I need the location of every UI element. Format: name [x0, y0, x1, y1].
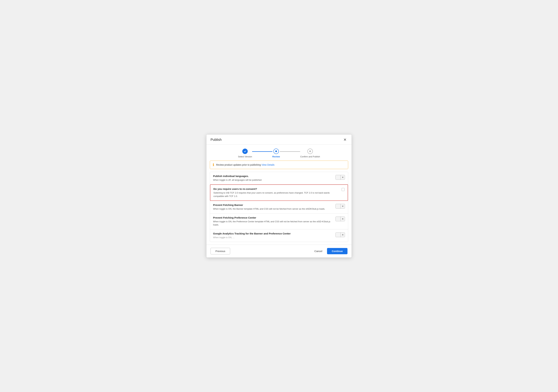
- step-dot-2: [275, 150, 277, 152]
- continue-button[interactable]: Continue: [327, 248, 348, 254]
- toggle-box-5[interactable]: [336, 233, 340, 237]
- toggle-x-3[interactable]: ✕: [340, 204, 345, 209]
- section-google-analytics: Google Analytics Tracking for the Banner…: [210, 229, 348, 242]
- toggle-x-4[interactable]: ✕: [340, 217, 345, 221]
- step-review: Review: [272, 148, 280, 158]
- section-content-1: Publish individual languages. When toggl…: [213, 175, 333, 182]
- section-publish-languages: Publish individual languages. When toggl…: [210, 172, 348, 185]
- section-content-3: Prevent Fetching Banner When toggle is O…: [213, 203, 333, 211]
- section-desc-3: When toggle is ON, the Banner template H…: [213, 207, 333, 211]
- section-desc-1: When toggle is off, all languages will b…: [213, 178, 333, 182]
- step-label-2: Review: [272, 155, 280, 158]
- toggle-box-4[interactable]: [336, 217, 340, 221]
- section-title-2: Do you require users to re-consent?: [213, 187, 339, 190]
- toggle-x-5[interactable]: ✕: [340, 233, 345, 237]
- section-desc-4: When toggle is ON, the Preference Center…: [213, 220, 333, 226]
- toggle-box-3[interactable]: [336, 204, 340, 209]
- step-label-3: Confirm and Publish: [300, 155, 320, 158]
- info-banner: ℹ Review product updates prior to publis…: [210, 161, 348, 169]
- section-title-4: Prevent Fetching Preference Center: [213, 216, 333, 219]
- step-confirm-publish: Confirm and Publish: [300, 148, 320, 158]
- previous-button[interactable]: Previous: [210, 248, 230, 254]
- cancel-button[interactable]: Cancel: [313, 248, 324, 254]
- step-label-1: Select Version: [238, 155, 252, 158]
- toggle-box-1[interactable]: [336, 175, 340, 180]
- toggle-analytics[interactable]: ✕: [335, 232, 345, 237]
- dialog-header: Publish ✕: [207, 135, 351, 145]
- info-text: Review product updates prior to publishi…: [216, 164, 274, 166]
- footer-right: Cancel Continue: [313, 248, 348, 254]
- section-title-1: Publish individual languages.: [213, 175, 333, 177]
- view-details-link[interactable]: View Details: [262, 164, 275, 166]
- toggle-languages[interactable]: ✕: [335, 175, 345, 180]
- publish-dialog: Publish ✕ Select Version Review: [206, 134, 352, 258]
- section-content-2: Do you require users to re-consent? Swit…: [213, 187, 339, 198]
- section-prevent-banner: Prevent Fetching Banner When toggle is O…: [210, 201, 348, 213]
- section-list: Publish individual languages. When toggl…: [210, 172, 348, 242]
- dialog-footer: Previous Cancel Continue: [207, 244, 351, 257]
- section-desc-2: Switching to IAB TCF 2.0 requires that y…: [213, 191, 339, 198]
- section-prevent-preference: Prevent Fetching Preference Center When …: [210, 213, 348, 229]
- toggle-banner[interactable]: ✕: [335, 204, 345, 209]
- section-re-consent: Do you require users to re-consent? Swit…: [210, 184, 348, 201]
- checkmark-icon: [244, 150, 246, 153]
- step-circle-1: [242, 148, 248, 154]
- step-line-2: [280, 151, 300, 152]
- step-circle-2: [273, 148, 279, 154]
- checkbox-re-consent[interactable]: [341, 188, 345, 191]
- section-content-4: Prevent Fetching Preference Center When …: [213, 216, 333, 226]
- step-select-version: Select Version: [238, 148, 252, 158]
- close-button[interactable]: ✕: [342, 138, 348, 142]
- dialog-title: Publish: [210, 138, 222, 142]
- step-line-1: [252, 151, 272, 152]
- section-title-3: Prevent Fetching Banner: [213, 203, 333, 206]
- stepper: Select Version Review Confirm and Publis…: [207, 145, 351, 161]
- step-circle-3: [307, 148, 313, 154]
- section-title-5: Google Analytics Tracking for the Banner…: [213, 232, 333, 235]
- toggle-preference[interactable]: ✕: [335, 217, 345, 221]
- info-icon: ℹ: [213, 163, 214, 167]
- section-content-5: Google Analytics Tracking for the Banner…: [213, 232, 333, 239]
- step-dot-3: [309, 150, 311, 152]
- toggle-x-1[interactable]: ✕: [340, 175, 345, 180]
- section-desc-5: When toggle is ON, ...: [213, 236, 333, 239]
